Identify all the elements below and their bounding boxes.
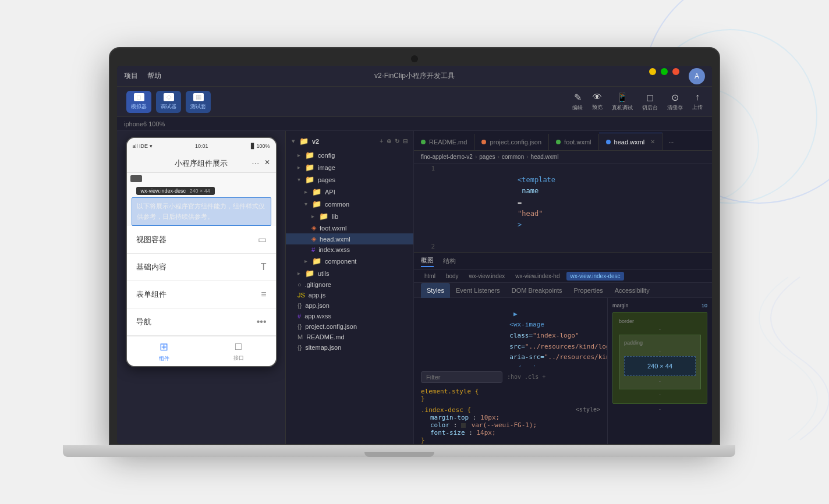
file-item-common[interactable]: 📁 common — [286, 198, 413, 210]
styles-panel: :hov .cls + element.style { } — [414, 367, 607, 445]
tab-head-label: head.wxml — [614, 139, 645, 145]
list-item-nav[interactable]: 导航 ••• — [127, 308, 276, 336]
sitemap-label: sitemap.json — [305, 344, 341, 351]
tab-readme[interactable]: README.md — [414, 134, 474, 150]
border-bot-val: - — [619, 392, 701, 397]
maximize-btn[interactable] — [661, 68, 668, 75]
tab-close-icon[interactable]: ✕ — [650, 139, 655, 145]
lib-folder-icon: 📁 — [319, 212, 328, 221]
bottom-left: ▶ <wx-image class="index-logo" src="../r… — [414, 298, 607, 444]
readme-icon: M — [297, 333, 303, 340]
file-item-component[interactable]: 📁 component — [286, 255, 413, 267]
toolbar-btn-test[interactable]: ▦ 测试套 — [186, 91, 211, 113]
refresh-icon[interactable]: ↻ — [395, 138, 399, 144]
tab-more[interactable]: ··· — [663, 134, 679, 150]
phone-panel: all IDE ▾ 10:01 ▊ 100% 小程序组件展示 ··· ✕ — [117, 131, 286, 444]
file-item-readme[interactable]: M README.md — [286, 332, 413, 342]
api-folder-icon: 📁 — [312, 187, 321, 196]
laptop-screen-frame: 项目 帮助 v2-FinClip小程序开发工具 A □ — [109, 47, 720, 445]
common-label: common — [325, 201, 349, 208]
common-folder-icon: 📁 — [312, 200, 321, 208]
toolbar-device-debug[interactable]: 📱 真机调试 — [612, 92, 633, 112]
new-folder-icon[interactable]: ⊕ — [387, 138, 391, 144]
explorer-header: 📁 v2 + ⊕ ↻ ⊟ — [286, 133, 413, 149]
html-bc-html[interactable]: html — [421, 272, 439, 281]
tab-foot-wxml[interactable]: foot.wxml — [549, 134, 598, 150]
file-item-gitignore[interactable]: ○ .gitignore — [286, 279, 413, 290]
file-item-project-config[interactable]: {} project.config.json — [286, 321, 413, 332]
ide-window: 项目 帮助 v2-FinClip小程序开发工具 A □ — [117, 66, 712, 444]
explorer-actions: + ⊕ ↻ ⊟ — [380, 138, 408, 144]
phone-title: 小程序组件展示 — [175, 158, 228, 169]
toolbar-background[interactable]: ◻ 切后台 — [642, 92, 658, 112]
bottom-tab-output[interactable]: 结构 — [443, 255, 456, 267]
bottom-tabs: 概图 结构 — [414, 253, 712, 270]
html-bc-hd[interactable]: wx-view.index-hd — [512, 272, 563, 281]
code-editor[interactable]: 1 <template name = "head" > 2 — [414, 164, 712, 252]
list-item-views[interactable]: 视图容器 ▭ — [127, 226, 276, 254]
inspector-tab-event[interactable]: Event Listeners — [450, 283, 506, 298]
file-item-sitemap[interactable]: {} sitemap.json — [286, 342, 413, 353]
toolbar-preview[interactable]: 👁 预览 — [592, 92, 603, 111]
file-item-lib[interactable]: 📁 lib — [286, 210, 413, 222]
html-bc-body[interactable]: body — [442, 272, 462, 281]
toolbar-edit[interactable]: ✎ 编辑 — [572, 92, 583, 112]
resize-handle — [130, 175, 142, 182]
file-item-app-json[interactable]: {} app.json — [286, 300, 413, 311]
project-config-icon: {} — [297, 323, 302, 330]
phone-status-bar: all IDE ▾ 10:01 ▊ 100% — [127, 138, 276, 154]
head-wxml-icon: ◈ — [311, 235, 316, 243]
phone-nav-interface[interactable]: □ 接口 — [201, 336, 276, 366]
inspector-tab-dom[interactable]: DOM Breakpoints — [506, 283, 568, 298]
toolbar-btn-debugger[interactable]: ◇ 调试器 — [156, 91, 181, 113]
app-json-label: app.json — [305, 302, 330, 309]
device-info: iphone6 100% — [124, 120, 165, 127]
menu-help[interactable]: 帮助 — [147, 71, 161, 81]
file-explorer: 📁 v2 + ⊕ ↻ ⊟ 📁 — [286, 131, 414, 444]
html-bc-index[interactable]: wx-view.index — [466, 272, 509, 281]
toolbar-btn-simulator[interactable]: □ 模拟器 — [126, 91, 151, 113]
file-item-head-wxml[interactable]: ◈ head.wxml — [286, 233, 413, 244]
new-file-icon[interactable]: + — [380, 138, 383, 144]
html-inspector[interactable]: ▶ <wx-image class="index-logo" src="../r… — [414, 298, 607, 367]
html-bc-desc[interactable]: wx-view.index-desc — [566, 272, 623, 281]
main-content: all IDE ▾ 10:01 ▊ 100% 小程序组件展示 ··· ✕ — [117, 131, 712, 444]
inspector-tab-styles[interactable]: Styles — [421, 283, 450, 298]
edit-icon: ✎ — [574, 92, 582, 103]
phone-content: wx-view.index-desc 240 × 44 以下将展示小程序官方组件… — [127, 173, 276, 336]
file-item-index-wxss[interactable]: # index.wxss — [286, 244, 413, 255]
file-item-app-js[interactable]: JS app.js — [286, 290, 413, 300]
filter-input[interactable] — [421, 371, 502, 383]
bottom-tab-preview[interactable]: 概图 — [421, 255, 434, 267]
breadcrumb-item-0: fino-applet-demo-v2 — [421, 154, 473, 160]
list-item-form[interactable]: 表单组件 ≡ — [127, 281, 276, 308]
file-item-utils[interactable]: 📁 utils — [286, 267, 413, 279]
bg-squiggle — [713, 271, 829, 446]
tab-project-config[interactable]: project.config.json — [474, 134, 549, 150]
toolbar-upload[interactable]: ↑ 上传 — [692, 92, 703, 111]
file-item-foot-wxml[interactable]: ◈ foot.wxml — [286, 222, 413, 233]
file-item-config[interactable]: 📁 config — [286, 149, 413, 161]
app-js-icon: JS — [297, 292, 305, 299]
bottom-panel: 概图 结构 html body wx-view.index wx-view.in… — [414, 252, 712, 444]
minimize-btn[interactable] — [649, 68, 656, 75]
tab-head-wxml[interactable]: head.wxml ✕ — [599, 133, 663, 150]
list-item-basic[interactable]: 基础内容 T — [127, 254, 276, 281]
menu-project[interactable]: 项目 — [124, 71, 138, 81]
file-item-pages[interactable]: 📁 pages — [286, 173, 413, 186]
toolbar-clear-cache[interactable]: ⊙ 清缓存 — [667, 92, 683, 112]
edit-label: 编辑 — [572, 104, 583, 112]
file-item-app-wxss[interactable]: # app.wxss — [286, 311, 413, 321]
file-item-image[interactable]: 📁 image — [286, 161, 413, 173]
inspector-tab-a11y[interactable]: Accessibility — [609, 283, 656, 298]
collapse-icon[interactable]: ⊟ — [403, 138, 408, 144]
close-btn[interactable] — [672, 68, 679, 75]
inspector-tab-props[interactable]: Properties — [568, 283, 609, 298]
code-line-2: 2 <view class = "page-head" > — [414, 242, 712, 252]
color-swatch — [461, 423, 466, 428]
app-js-label: app.js — [309, 292, 325, 299]
padding-top-val: - — [624, 348, 696, 354]
file-item-api[interactable]: 📁 API — [286, 186, 413, 198]
api-chevron — [304, 189, 307, 195]
phone-nav-components[interactable]: ⊞ 组件 — [127, 336, 201, 366]
